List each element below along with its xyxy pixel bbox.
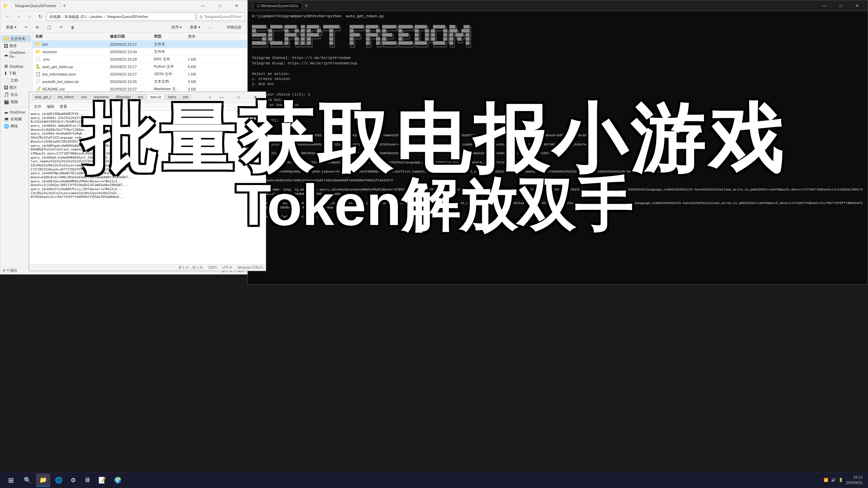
crumb-jiaoben[interactable]: jiaoben (91, 15, 102, 19)
maximize-button[interactable]: □ (212, 1, 228, 11)
sidebar-item-documents[interactable]: 📄 文档 (2, 77, 31, 84)
sidebar-item-network[interactable]: 🌐 网络 (2, 123, 31, 130)
file-row[interactable]: 🐍 auto_get_token.py 2024/9/23 23:27 Pyth… (33, 63, 247, 70)
sidebar-item-desktop[interactable]: 🖥 Desktop (2, 63, 31, 70)
copy-button[interactable]: ⧉ (33, 24, 42, 30)
col-header-type[interactable]: 类型 (151, 33, 185, 40)
terminal-body[interactable]: D:\jiaoben\TelegramQueryIDFetcher>python… (248, 11, 868, 284)
sidebar-item-home[interactable]: ⭐ 主文件夹 (2, 35, 31, 42)
details-button[interactable]: 详细信息 (223, 24, 244, 31)
terminal-controls: — □ ✕ (817, 1, 865, 11)
sidebar-item-thispc[interactable]: 💻 此电脑 (2, 116, 31, 123)
notepad-edit-menu[interactable]: 编辑 (45, 103, 56, 110)
sidebar-item-gallery[interactable]: 🖼 图库 (2, 42, 31, 49)
tray-network-icon[interactable]: 📶 (824, 478, 828, 482)
minimize-button[interactable]: — (195, 1, 211, 11)
taskbar-settings[interactable]: ⚙ (67, 473, 79, 487)
col-header-date[interactable]: 修改日期 (107, 33, 151, 40)
notepad-tab[interactable]: data.txt (147, 94, 164, 100)
add-tab-btn[interactable]: + (61, 3, 68, 9)
file-type-icon: 📋 (35, 72, 41, 77)
notepad-maximize[interactable]: □ (231, 93, 246, 102)
explorer-tab-active[interactable]: TelegramQueryIDFetcher (11, 3, 60, 8)
taskbar-search[interactable]: 🔍 (20, 473, 35, 487)
tray-volume-icon[interactable]: 🔊 (831, 478, 836, 482)
notepad-tab[interactable]: hams (165, 94, 179, 100)
cloud-icon: ☁ (4, 109, 8, 115)
delete-button[interactable]: 🗑 (68, 24, 78, 30)
crumb-pc[interactable]: 此电脑 (50, 14, 61, 19)
notepad-close[interactable]: ✕ (248, 93, 263, 102)
rename-button[interactable]: ✏ (57, 24, 66, 30)
file-name-label: auto_get_token.py (42, 65, 73, 69)
taskbar: ⊞ 🔍 📁 🌐 ⚙ 🖥 📝 🌍 📶 🔊 🔋 23:12 2024/9/21 (0, 472, 868, 488)
file-row[interactable]: 📋 bot_information.json 2024/9/23 23:27 J… (33, 70, 247, 78)
col-header-name[interactable]: 名称 (33, 33, 107, 40)
file-list-header: 名称 修改日期 类型 大小 (33, 33, 247, 41)
file-row[interactable]: 📁 bot 2024/9/23 23:27 文件夹 (33, 41, 247, 48)
notepad-tab[interactable]: auto_get_t (32, 94, 54, 100)
tray-clock[interactable]: 23:12 2024/9/21 (846, 475, 863, 485)
back-button[interactable]: ← (3, 12, 13, 21)
notepad-tab[interactable]: .env (78, 94, 90, 100)
explorer-title-area: 📁 TelegramQueryIDFetcher + (3, 3, 68, 9)
file-size: 3 KB (185, 79, 205, 85)
notepad-file-menu[interactable]: 文件 (32, 103, 43, 110)
new-button[interactable]: 新建 ▾ (3, 24, 20, 31)
sidebar-item-pictures[interactable]: 🖼 图片 (2, 84, 31, 91)
notepad-view-menu[interactable]: 查看 (58, 103, 69, 110)
up-button[interactable]: ↑ (25, 12, 34, 21)
sidebar-item-downloads[interactable]: ⬇ 下载 (2, 70, 31, 77)
explorer-nav-bar: ← → ↑ ↻ 此电脑 › 本地磁盘 (D:) › jiaoben › Tele… (0, 11, 247, 22)
tray-battery-icon[interactable]: 🔋 (839, 478, 843, 482)
terminal-close[interactable]: ✕ (849, 1, 865, 11)
view-button[interactable]: 查看 ▾ (187, 24, 203, 31)
notepad-tab[interactable]: pck (180, 94, 192, 100)
terminal-blank-2 (252, 87, 864, 92)
notepad-tab[interactable]: requireme (91, 94, 112, 100)
taskbar-notepad[interactable]: 📝 (95, 473, 109, 487)
file-type-label: 文件夹 (151, 48, 185, 55)
sidebar-label-home: 主文件夹 (11, 36, 25, 41)
terminal-minimize[interactable]: — (817, 1, 832, 11)
taskbar-explorer[interactable]: 📁 (36, 473, 50, 487)
terminal-add-tab[interactable]: + (303, 2, 310, 9)
terminal-tab-0[interactable]: C:\Windows\System32\ci (253, 2, 302, 9)
sidebar-item-cloud[interactable]: ☁ OneDrive (2, 108, 31, 116)
terminal-maximize[interactable]: □ (833, 1, 849, 11)
file-row[interactable]: 📄 pocketfi_bot_token.txt 2024/9/23 23:35… (33, 78, 247, 85)
file-type-label: Python 文件 (151, 63, 185, 70)
taskbar-terminal[interactable]: 🖥 (81, 473, 94, 487)
close-button[interactable]: ✕ (229, 1, 244, 11)
terminal-blank-1 (252, 66, 864, 71)
file-row[interactable]: 📄 .env 2024/9/23 23:28 ENV 文件 1 KB (33, 56, 247, 63)
col-header-size[interactable]: 大小 (185, 33, 205, 40)
sort-button[interactable]: 排序 ▾ (168, 24, 185, 31)
sidebar-item-onedrive[interactable]: ☁ OneDrive - Pe... (2, 49, 31, 60)
notepad-content[interactable]: query_id=AAE1X9AwAAAAD7Vf0... query_id=A… (29, 111, 266, 264)
start-button[interactable]: ⊞ (3, 473, 19, 487)
forward-button[interactable]: → (14, 12, 23, 21)
notepad-add-tab[interactable]: + (207, 94, 214, 101)
sidebar-item-videos[interactable]: 🎬 视频 (2, 98, 31, 105)
more-button[interactable]: ··· (205, 24, 215, 30)
notepad-tab[interactable]: bot_inform (55, 94, 77, 100)
sidebar-item-music[interactable]: 🎵 音乐 (2, 91, 31, 98)
refresh-button[interactable]: ↻ (36, 12, 45, 21)
terminal-end-prompt: D:\jiaoben\TelegramQueryIDFetcher> (252, 215, 864, 220)
taskbar-chrome[interactable]: 🌍 (111, 473, 125, 487)
file-type-label: 文本文档 (151, 78, 185, 85)
file-size: 1 KB (185, 56, 205, 62)
search-input[interactable] (197, 13, 244, 21)
taskbar-edge[interactable]: 🌐 (52, 473, 66, 487)
paste-button[interactable]: 📋 (44, 24, 55, 30)
notepad-tab[interactable]: env (135, 94, 146, 100)
notepad-tab[interactable]: 05session (113, 94, 134, 100)
notepad-minimize[interactable]: — (214, 93, 229, 102)
file-row[interactable]: 📁 sessions 2024/9/23 23:34 文件夹 (33, 48, 247, 56)
cut-button[interactable]: ✂ (22, 24, 31, 30)
address-bar[interactable]: 此电脑 › 本地磁盘 (D:) › jiaoben › TelegramQuer… (46, 13, 196, 21)
crumb-drive[interactable]: 本地磁盘 (D:) (64, 14, 86, 19)
crumb-folder[interactable]: TelegramQueryIDFetcher (106, 15, 149, 19)
downloads-icon: ⬇ (4, 71, 7, 76)
